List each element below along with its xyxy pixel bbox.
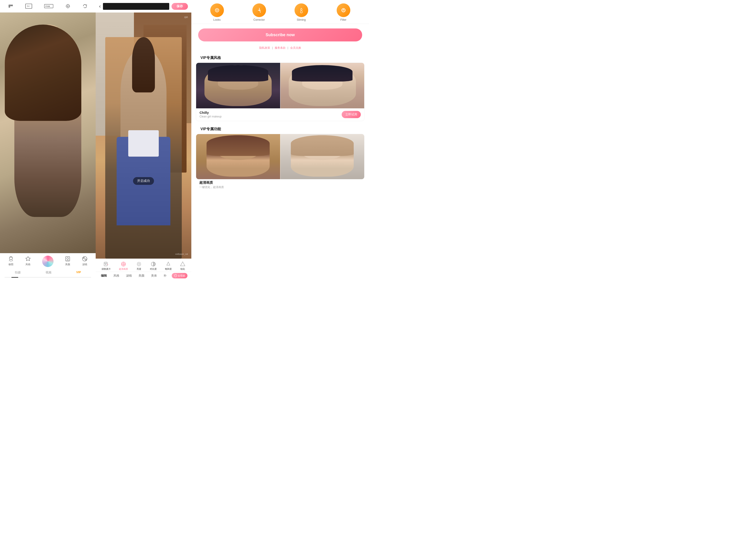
hair-figure-light — [291, 135, 354, 177]
privacy-link[interactable]: 隐私政策 — [259, 46, 270, 49]
vip-card-info: Chilly Clean girl makeup 立即试用 — [196, 108, 364, 121]
pose-icon[interactable]: POSE — [44, 4, 53, 9]
filter-right-label: Filter — [340, 18, 346, 21]
edit-tab-beauty[interactable]: 美颜 — [137, 273, 146, 278]
left-panel: 3:4 POSE — [0, 0, 96, 280]
vip-card-desc: Clean girl makeup — [200, 115, 222, 118]
watermark-top: rjsh — [184, 16, 188, 18]
style-icon-item[interactable]: 风格 — [25, 255, 31, 268]
svg-line-30 — [140, 265, 140, 266]
vip-style-section: VIP专属风格 — [191, 53, 369, 124]
save-button[interactable]: 保存 — [171, 3, 188, 10]
back-button[interactable]: ‹ — [99, 3, 101, 9]
looks-label: Looks — [213, 18, 221, 21]
filter-label: 滤镜 — [82, 263, 87, 266]
bottom-icons-row: 修图 风格 美颜 — [0, 253, 96, 269]
saturation-tool[interactable]: 饱和度 — [165, 261, 172, 271]
svg-point-18 — [83, 257, 84, 258]
looks-icon-circle — [210, 3, 224, 17]
retouch-icon-item[interactable]: 修图 — [8, 255, 14, 268]
vip-style-title: VIP专属风格 — [196, 53, 364, 63]
image-background: 开启成功 rjsh wallpaper_cat — [96, 13, 191, 258]
svg-point-19 — [85, 259, 86, 260]
subscribe-button[interactable]: Subscribe now — [198, 28, 362, 41]
color-wheel-item[interactable] — [42, 255, 53, 268]
face-tab-label: 去瑕疵 — [178, 274, 185, 277]
sliming-icon-circle — [295, 3, 308, 17]
menu-icon[interactable] — [8, 4, 13, 9]
rescue-tool[interactable]: 拯救废片 — [101, 261, 111, 271]
vip-card-after — [280, 63, 364, 108]
try-button[interactable]: 立即试用 — [342, 111, 361, 118]
corrector-label: Corrector — [253, 18, 265, 21]
beauty-icon-item[interactable]: 美颜 — [64, 255, 71, 268]
edit-toolbar: 拯救废片 ON 超清画质 — [96, 258, 191, 280]
filter-icon-item[interactable]: 滤镜 — [81, 255, 88, 268]
bottom-nav: 修图 风格 美颜 — [0, 253, 96, 280]
contrast-tool[interactable]: 对比度 — [150, 261, 157, 271]
top-toolbar: 3:4 POSE — [0, 0, 96, 13]
edit-tools-row: 拯救废片 ON 超清画质 — [96, 260, 191, 271]
feature-desc: 一键优化，超清画质 — [199, 185, 361, 189]
scroll-indicator — [5, 277, 91, 278]
svg-line-32 — [137, 265, 138, 266]
watermark-bottom: wallpaper_cat — [175, 253, 188, 255]
rotate-icon[interactable] — [82, 4, 87, 9]
filter-right-icon-circle — [337, 3, 350, 17]
saturation-label: 饱和度 — [165, 267, 172, 271]
sharpen-tool[interactable]: 锐化 — [180, 261, 186, 271]
right-panel: Looks Corrector Sliming — [191, 0, 369, 280]
terms-link[interactable]: 服务条款 — [275, 46, 286, 49]
svg-rect-1 — [10, 5, 12, 6]
tab-video[interactable]: 视频 — [44, 270, 53, 275]
vip-style-card: Chilly Clean girl makeup 立即试用 — [196, 63, 364, 121]
looks-icon-item[interactable]: Looks — [210, 3, 224, 21]
svg-text:3:4: 3:4 — [27, 5, 30, 7]
retouch-label: 修图 — [8, 263, 13, 266]
svg-point-24 — [138, 263, 140, 265]
edit-tab-supplement[interactable]: 补 — [162, 273, 168, 278]
svg-text:POSE: POSE — [45, 5, 50, 7]
vip-feature-images — [196, 134, 364, 179]
sliming-icon-item[interactable]: Sliming — [295, 3, 308, 21]
tab-vip[interactable]: VIP — [74, 270, 83, 275]
svg-text:ON: ON — [123, 263, 125, 265]
vip-card-name: Chilly — [200, 111, 222, 114]
image-overlay: 开启成功 — [133, 177, 154, 185]
filter-right-icon-item[interactable]: Filter — [337, 3, 350, 21]
svg-rect-15 — [66, 256, 70, 261]
svg-rect-2 — [12, 5, 13, 6]
color-wheel-icon — [42, 255, 53, 267]
edit-tab-edit[interactable]: 编辑 — [99, 273, 108, 278]
hair-figure-brown — [207, 135, 270, 177]
exchange-link[interactable]: 会员兑换 — [290, 46, 301, 49]
right-top-icons: Looks Corrector Sliming — [191, 0, 369, 24]
edit-tab-filter[interactable]: 滤镜 — [124, 273, 133, 278]
tab-shoot[interactable]: 拍摄 — [13, 270, 23, 275]
face-shape-dark — [205, 65, 272, 106]
hd-label: 超清画质 — [119, 267, 128, 271]
bottom-tabs-row: 拍摄 视频 VIP — [0, 269, 96, 276]
edit-tab-style[interactable]: 风格 — [112, 273, 121, 278]
aspect-ratio-icon[interactable]: 3:4 — [25, 4, 32, 9]
svg-point-36 — [216, 10, 217, 11]
brightness-tool[interactable]: 亮度 — [136, 261, 142, 271]
svg-rect-3 — [9, 6, 10, 8]
svg-point-16 — [67, 257, 68, 259]
corrector-icon-item[interactable]: Corrector — [252, 3, 266, 21]
style-label: 风格 — [25, 263, 30, 266]
face-shape-light — [289, 65, 356, 106]
edit-tab-body[interactable]: 美体 — [150, 273, 158, 278]
middle-panel: ‹ 保存 开启成功 rjsh wallpaper_cat — [96, 0, 191, 280]
brightness-label: 亮度 — [137, 267, 141, 271]
feature-img-after — [280, 134, 364, 179]
svg-point-9 — [67, 6, 68, 7]
vip-feature-section: VIP专属功能 超清画质 一键优化，超清画质 — [191, 124, 369, 191]
feature-info: 超清画质 一键优化，超清画质 — [196, 179, 364, 191]
separator2: | — [288, 46, 289, 49]
corrector-icon-circle — [252, 3, 266, 17]
edit-tab-face[interactable]: 去瑕疵 — [172, 273, 188, 278]
focus-icon[interactable] — [65, 4, 70, 9]
separator1: | — [272, 46, 274, 49]
hd-tool[interactable]: ON 超清画质 — [119, 261, 128, 271]
